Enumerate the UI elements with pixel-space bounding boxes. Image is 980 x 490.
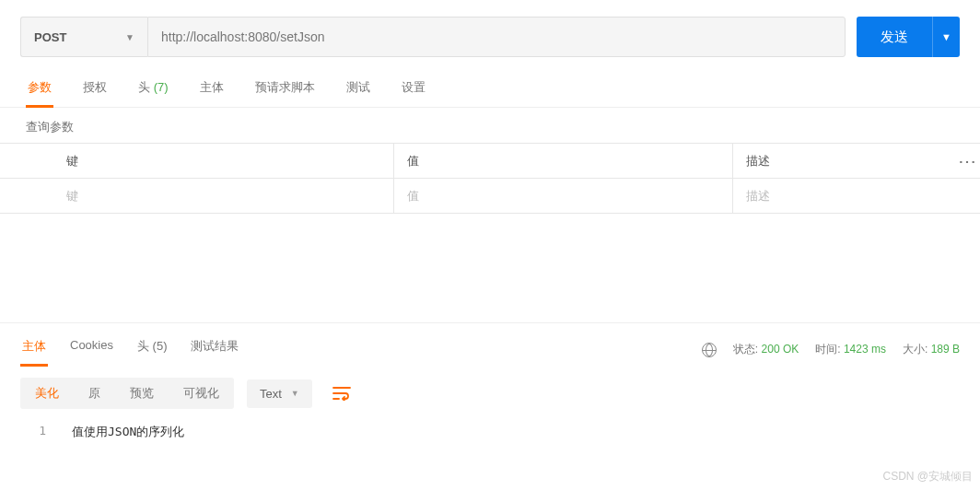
response-line[interactable]: 值使用JSON的序列化 xyxy=(72,424,184,440)
tab-body[interactable]: 主体 xyxy=(198,74,226,107)
key-input[interactable]: 键 xyxy=(53,179,394,213)
chevron-down-icon: ▼ xyxy=(291,389,299,398)
table-input-row[interactable]: 键 值 描述 xyxy=(0,179,980,214)
more-options-icon[interactable]: ⋯ xyxy=(954,150,980,172)
wrap-lines-button[interactable] xyxy=(325,380,358,406)
tab-auth[interactable]: 授权 xyxy=(81,74,109,107)
tab-settings[interactable]: 设置 xyxy=(400,74,427,107)
response-tabs: 主体 Cookies 头 (5) 测试结果 xyxy=(20,332,240,367)
col-desc: 描述 xyxy=(733,153,954,169)
response-body: 1 值使用JSON的序列化 xyxy=(0,420,980,455)
col-key: 键 xyxy=(53,144,394,178)
format-select[interactable]: Text ▼ xyxy=(247,379,312,408)
globe-icon[interactable] xyxy=(702,343,717,357)
send-dropdown-button[interactable]: ▼ xyxy=(932,17,960,57)
response-status: 状态: 200 OK 时间: 1423 ms 大小: 189 B xyxy=(702,342,960,357)
line-number: 1 xyxy=(20,424,46,440)
url-input[interactable] xyxy=(147,17,846,57)
preview-button[interactable]: 预览 xyxy=(115,378,169,409)
tab-tests[interactable]: 测试 xyxy=(344,74,372,107)
send-button[interactable]: 发送 xyxy=(857,17,932,57)
table-header-row: 键 值 描述 ⋯ xyxy=(0,144,980,179)
tab-headers[interactable]: 头 (7) xyxy=(136,74,170,107)
request-tabs: 参数 授权 头 (7) 主体 预请求脚本 测试 设置 xyxy=(0,66,980,108)
query-params-label: 查询参数 xyxy=(0,108,980,143)
http-method-value: POST xyxy=(34,30,66,44)
query-params-table: 键 值 描述 ⋯ 键 值 描述 xyxy=(0,143,980,214)
visualize-button[interactable]: 可视化 xyxy=(169,378,234,409)
value-input[interactable]: 值 xyxy=(394,179,733,213)
raw-button[interactable]: 原 xyxy=(74,378,115,409)
response-toolbar: 美化 原 预览 可视化 Text ▼ xyxy=(0,367,980,420)
tab-params[interactable]: 参数 xyxy=(26,74,53,108)
resp-tab-headers[interactable]: 头 (5) xyxy=(135,332,169,367)
desc-input[interactable]: 描述 xyxy=(733,188,954,204)
http-method-select[interactable]: POST ▼ xyxy=(20,17,147,57)
resp-tab-body[interactable]: 主体 xyxy=(20,332,48,367)
resp-tab-cookies[interactable]: Cookies xyxy=(68,332,115,367)
chevron-down-icon: ▼ xyxy=(125,32,134,42)
pretty-button[interactable]: 美化 xyxy=(20,378,74,409)
col-value: 值 xyxy=(394,144,733,178)
resp-tab-test-results[interactable]: 测试结果 xyxy=(189,332,240,367)
tab-prerequest[interactable]: 预请求脚本 xyxy=(253,74,317,107)
